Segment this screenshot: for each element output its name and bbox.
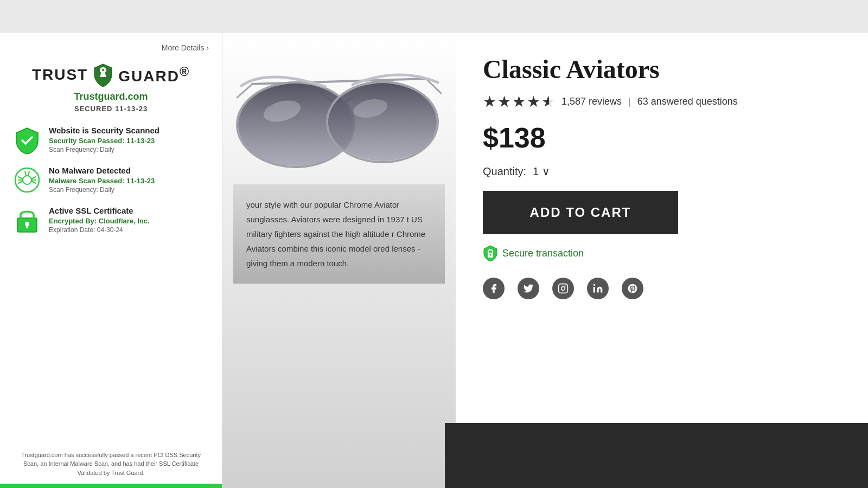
trust-guard-logo: TRUST GUARD® <box>13 63 209 87</box>
product-area: your style with our popular Chrome Aviat… <box>222 33 868 488</box>
logo-left-text: TRUST <box>32 66 88 84</box>
star-half: ★★ <box>541 93 555 111</box>
security-scan-text: Website is Security Scanned Security Sca… <box>49 126 159 153</box>
star-1: ★ <box>483 93 496 111</box>
secure-transaction-lock-icon <box>483 245 498 261</box>
star-3: ★ <box>512 93 526 111</box>
quantity-chevron-icon: ∨ <box>542 165 550 178</box>
security-scan-item: Website is Security Scanned Security Sca… <box>13 126 209 154</box>
svg-rect-28 <box>559 284 568 293</box>
svg-rect-0 <box>101 73 105 77</box>
green-bottom-bar <box>0 484 222 488</box>
quantity-row: Quantity: 1 ∨ <box>483 165 841 178</box>
ssl-text: Active SSL Certificate Encrypted By: Clo… <box>49 206 150 234</box>
svg-point-1 <box>102 69 104 71</box>
facebook-icon[interactable] <box>483 278 505 299</box>
quantity-value: 1 <box>533 165 539 178</box>
svg-line-10 <box>25 171 26 176</box>
star-rating: ★ ★ ★ ★ ★★ <box>483 93 555 111</box>
svg-point-27 <box>489 254 492 256</box>
ssl-item: Active SSL Certificate Encrypted By: Clo… <box>13 206 209 234</box>
svg-line-16 <box>237 84 252 98</box>
secure-transaction-link[interactable]: Secure transaction <box>483 245 841 261</box>
svg-point-24 <box>328 83 437 161</box>
security-scan-icon <box>13 126 41 154</box>
svg-line-9 <box>31 181 36 183</box>
top-bar <box>0 0 868 33</box>
questions-count[interactable]: 63 answered questions <box>637 96 738 107</box>
secure-transaction-text: Secure transaction <box>502 248 584 259</box>
product-description: your style with our popular Chrome Aviat… <box>233 184 445 284</box>
svg-line-4 <box>18 177 23 179</box>
trust-guard-secured: SECURED 11-13-23 <box>13 105 209 113</box>
svg-line-6 <box>18 181 23 183</box>
star-2: ★ <box>497 93 511 111</box>
social-row <box>483 278 841 299</box>
review-count[interactable]: 1,587 reviews <box>561 96 622 107</box>
twitter-icon[interactable] <box>518 278 539 299</box>
logo-right-text: GUARD® <box>118 65 190 85</box>
malware-text: No Malware Detected Malware Scan Passed:… <box>49 166 155 194</box>
rating-row: ★ ★ ★ ★ ★★ 1,587 reviews | 63 answered q… <box>483 93 841 111</box>
rating-separator: | <box>628 96 631 107</box>
product-price: $138 <box>483 121 841 154</box>
add-to-cart-button[interactable]: ADD TO CART <box>483 191 678 234</box>
ssl-lock-icon <box>13 206 41 234</box>
svg-rect-30 <box>593 287 595 293</box>
svg-point-31 <box>593 284 595 286</box>
product-image <box>236 54 442 174</box>
quantity-selector[interactable]: 1 ∨ <box>533 165 550 178</box>
malware-icon <box>13 166 41 194</box>
product-info-section: Classic Aviators ★ ★ ★ ★ ★★ 1,587 review… <box>456 33 868 488</box>
main-content: More Details › TRUST GUARD® Trustguard.c… <box>0 33 868 488</box>
product-title: Classic Aviators <box>483 54 841 84</box>
linkedin-icon[interactable] <box>587 278 609 299</box>
svg-line-7 <box>31 177 36 179</box>
more-details-link[interactable]: More Details › <box>13 43 209 52</box>
bottom-dark-bar <box>445 423 868 488</box>
star-4: ★ <box>527 93 540 111</box>
svg-point-3 <box>23 176 31 184</box>
product-image-section: your style with our popular Chrome Aviat… <box>222 33 456 488</box>
pinterest-icon[interactable] <box>622 278 643 299</box>
instagram-icon[interactable] <box>552 278 574 299</box>
trust-guard-footer: Trustguard.com has successfully passed a… <box>13 440 209 478</box>
trust-guard-url[interactable]: Trustguard.com <box>13 91 209 102</box>
malware-item: No Malware Detected Malware Scan Passed:… <box>13 166 209 194</box>
svg-line-11 <box>28 171 29 176</box>
quantity-label: Quantity: <box>483 165 526 178</box>
trust-guard-panel: More Details › TRUST GUARD® Trustguard.c… <box>0 33 222 488</box>
trust-guard-shield-icon <box>92 63 114 87</box>
svg-rect-14 <box>26 225 28 228</box>
